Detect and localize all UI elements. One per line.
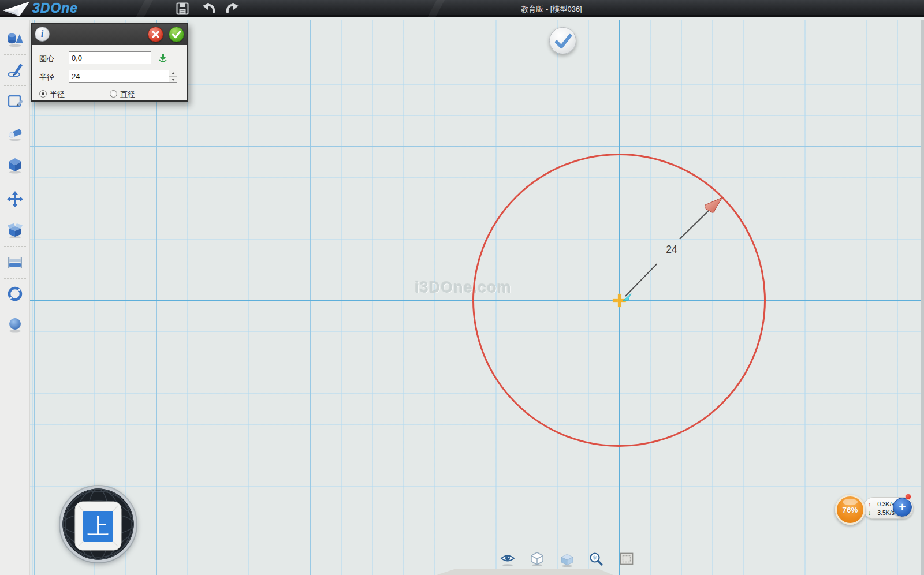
community-button[interactable]: + — [893, 498, 912, 517]
sidebar-tool-move[interactable] — [6, 191, 24, 208]
sidebar-separator — [4, 54, 26, 55]
toolbar-seam — [427, 0, 445, 17]
app-logo: 3DOne — [32, 1, 78, 16]
save-icon — [176, 2, 189, 16]
window-title: 教育版 - [模型036] — [521, 4, 582, 14]
spinner-up-button[interactable] — [169, 70, 177, 76]
sidebar-separator — [4, 118, 26, 118]
cube-feature-icon — [6, 156, 24, 174]
center-input[interactable] — [69, 51, 151, 64]
tool-sidebar — [0, 20, 30, 575]
paper-plane-logo-icon — [2, 1, 31, 17]
confirm-sketch-button[interactable] — [549, 27, 576, 54]
sidebar-separator — [4, 309, 26, 309]
sidebar-tool-open-box[interactable] — [6, 222, 24, 239]
sidebar-tool-ring[interactable] — [6, 285, 24, 303]
redo-button[interactable] — [225, 2, 240, 16]
ring-icon — [6, 285, 24, 303]
wireframe-view-button[interactable] — [530, 551, 545, 566]
sidebar-separator — [4, 278, 26, 279]
sidebar-tool-eraser[interactable] — [6, 125, 24, 142]
cancel-button[interactable] — [148, 27, 163, 42]
close-icon — [148, 27, 163, 42]
section-frame-icon — [619, 552, 634, 567]
badge-gloss — [843, 499, 858, 505]
diameter-radio[interactable] — [110, 90, 117, 98]
visibility-eye-icon — [500, 552, 515, 567]
sketch-pen-icon — [6, 61, 24, 79]
dialog-header[interactable]: i — [32, 24, 187, 45]
sidebar-separator — [4, 246, 26, 247]
progress-percent: 76% — [837, 506, 863, 514]
spinner-down-button[interactable] — [169, 76, 177, 82]
upload-arrow-icon: ↑ — [868, 501, 874, 507]
save-button[interactable] — [176, 2, 191, 16]
toolbar-seam — [136, 0, 153, 17]
dimension-arrowhead-icon[interactable] — [703, 193, 726, 216]
hidden-panel-tab[interactable] — [437, 569, 613, 575]
undo-icon — [201, 2, 216, 16]
sidebar-tool-primitives[interactable] — [6, 30, 24, 47]
download-arrow-icon: ↓ — [868, 509, 874, 516]
radius-field-label: 半径 — [39, 72, 54, 83]
sidebar-separator — [4, 215, 26, 215]
view-face-label: 上 — [87, 514, 109, 539]
window-right-edge — [921, 20, 924, 575]
circle-center-marker — [618, 294, 621, 307]
move-icon — [6, 191, 24, 208]
sidebar-separator — [4, 150, 26, 150]
zoom-icon — [588, 552, 603, 567]
download-speed-row: ↓ 3.5K/s — [868, 509, 895, 516]
sphere-icon — [6, 316, 24, 333]
sketch-rectangle-icon — [6, 93, 24, 110]
radius-spinner — [169, 70, 177, 83]
sidebar-tool-sketch-pen[interactable] — [6, 61, 24, 79]
center-field-label: 圆心 — [39, 54, 54, 64]
check-icon — [550, 28, 577, 55]
notification-dot — [905, 494, 911, 500]
pick-point-icon[interactable] — [158, 53, 167, 63]
upload-speed-value: 0.3K/s — [874, 501, 895, 507]
sidebar-separator — [4, 182, 26, 182]
snap-cursor-icon — [623, 293, 632, 302]
sidebar-tool-cube-feature[interactable] — [6, 156, 24, 174]
info-icon[interactable]: i — [35, 27, 50, 42]
shaded-view-icon — [560, 552, 575, 567]
diameter-radio-label[interactable]: 直径 — [120, 89, 135, 100]
undo-button[interactable] — [201, 2, 216, 16]
radius-input[interactable] — [69, 70, 177, 83]
eraser-icon — [6, 125, 24, 142]
circle-parameters-dialog: i 圆心 半径 半径 直径 — [31, 23, 188, 102]
radius-radio[interactable] — [39, 90, 47, 98]
view-navigator[interactable]: 上 — [59, 485, 137, 563]
radio-dot — [42, 92, 44, 95]
sidebar-separator — [4, 85, 26, 86]
progress-badge[interactable]: 76% — [835, 495, 865, 525]
redo-icon — [225, 2, 240, 16]
check-icon — [169, 27, 184, 42]
primitive-shapes-icon — [6, 30, 24, 47]
confirm-button[interactable] — [169, 27, 184, 42]
dimension-value-label[interactable]: 24 — [666, 244, 677, 256]
measure-icon — [6, 253, 24, 271]
section-frame-button[interactable] — [619, 552, 634, 567]
download-speed-value: 3.5K/s — [874, 509, 895, 516]
visibility-button[interactable] — [500, 552, 515, 567]
modeling-canvas[interactable]: i3DOne.com 24 — [30, 20, 924, 575]
title-bar: 3DOne 教育版 - [模型036] — [0, 0, 924, 17]
open-box-icon — [6, 222, 24, 239]
zoom-button[interactable] — [588, 552, 603, 567]
sidebar-tool-measure[interactable] — [6, 253, 24, 271]
sidebar-tool-sphere[interactable] — [6, 316, 24, 333]
wireframe-view-icon — [530, 551, 545, 566]
upload-speed-row: ↑ 0.3K/s — [868, 500, 895, 507]
shaded-view-button[interactable] — [560, 552, 575, 567]
sidebar-tool-sketch-rectangle[interactable] — [6, 93, 24, 110]
radius-radio-label[interactable]: 半径 — [50, 89, 65, 100]
